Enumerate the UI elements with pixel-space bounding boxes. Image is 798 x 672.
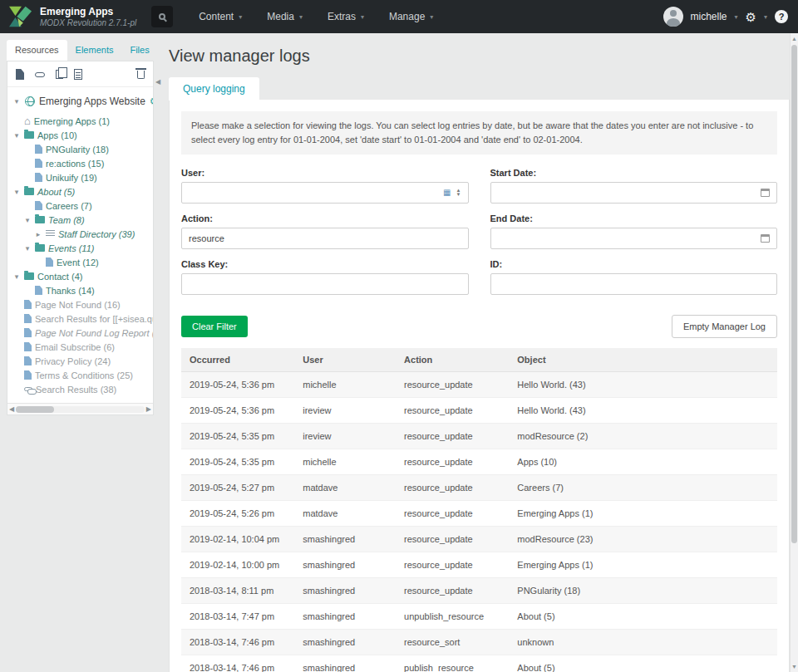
tree-node[interactable]: Terms & Conditions (25) <box>11 368 150 382</box>
folder-icon <box>35 216 45 223</box>
gear-icon[interactable]: ⚙ <box>746 11 756 23</box>
action-input[interactable]: resource <box>181 228 469 249</box>
table-row[interactable]: 2018-03-14, 7:47 pmsmashingredunpublish_… <box>181 604 777 630</box>
table-row[interactable]: 2019-05-24, 5:35 pmireviewresource_updat… <box>181 424 777 449</box>
tree-node[interactable]: Privacy Policy (24) <box>11 354 150 368</box>
table-row[interactable]: 2019-02-14, 10:04 pmsmashingredresource_… <box>181 527 777 552</box>
tree-node[interactable]: Event (12) <box>11 255 150 269</box>
document-icon[interactable] <box>74 69 82 80</box>
tree-node-label: Page Not Found (16) <box>35 300 121 310</box>
tab-resources[interactable]: Resources <box>7 40 67 61</box>
tree-node[interactable]: Search Results (38) <box>11 382 150 396</box>
globe-icon <box>25 96 35 106</box>
chevron-down-icon[interactable]: ▾ <box>23 244 32 253</box>
end-date-input[interactable] <box>490 228 778 249</box>
scroll-thumb[interactable] <box>791 45 797 543</box>
tree-node[interactable]: Page Not Found Log Report (20) <box>11 326 150 340</box>
scroll-left-icon[interactable]: ◀ <box>9 406 14 413</box>
page-vertical-scrollbar[interactable]: ▲ ▼ <box>790 33 798 672</box>
column-header-occurred[interactable]: Occurred <box>181 348 294 372</box>
table-row[interactable]: 2019-05-24, 5:26 pmmatdaveresource_updat… <box>181 501 777 527</box>
class-key-input[interactable] <box>181 273 469 295</box>
chevron-down-icon: ▾ <box>735 13 738 21</box>
calendar-icon[interactable] <box>761 234 770 243</box>
table-row[interactable]: 2019-05-24, 5:27 pmmatdaveresource_updat… <box>181 475 777 501</box>
tree-node-label: Apps (10) <box>37 130 77 140</box>
trash-icon[interactable] <box>137 71 145 79</box>
duplicate-icon[interactable] <box>56 70 63 79</box>
chevron-down-icon[interactable]: ▾ <box>12 131 21 140</box>
menu-manage[interactable]: Manage▾ <box>377 0 446 33</box>
help-icon[interactable]: ? <box>775 10 788 23</box>
tab-query-logging[interactable]: Query logging <box>169 77 259 101</box>
table-row[interactable]: 2018-03-14, 7:46 pmsmashingredresource_s… <box>181 630 777 655</box>
chevron-down-icon[interactable]: ▾ <box>12 272 21 281</box>
tree-node[interactable]: re:actions (15) <box>11 156 150 170</box>
table-row[interactable]: 2019-05-24, 5:35 pmmichelleresource_upda… <box>181 449 777 475</box>
scroll-right-icon[interactable]: ▶ <box>146 406 151 413</box>
column-header-action[interactable]: Action <box>396 348 509 372</box>
tree-root-node[interactable]: ▾ Emerging Apps Website ⚙ ↻ <box>11 92 150 114</box>
tree-horizontal-scrollbar[interactable]: ◀ ▶ <box>7 403 153 414</box>
menu-extras[interactable]: Extras▾ <box>315 0 377 33</box>
menu-media[interactable]: Media▾ <box>254 0 315 33</box>
table-cell: About (5) <box>509 655 777 672</box>
tree-node-label: Search Results (38) <box>36 385 116 395</box>
tree-node-label: Page Not Found Log Report (20) <box>35 328 153 338</box>
table-row[interactable]: 2018-03-14, 8:11 pmsmashingredresource_u… <box>181 578 777 604</box>
collapse-tree-icon[interactable]: ◀ <box>155 78 160 86</box>
clear-filter-button[interactable]: Clear Filter <box>181 316 248 337</box>
tree-node[interactable]: ▾Apps (10) <box>11 128 150 142</box>
table-cell: modResource (23) <box>509 527 777 552</box>
column-header-user[interactable]: User <box>294 348 396 372</box>
new-document-icon[interactable] <box>16 69 24 80</box>
scroll-thumb[interactable] <box>16 406 54 413</box>
spinner-icon[interactable] <box>456 189 461 197</box>
tree-node[interactable]: ▾Events (11) <box>11 241 150 255</box>
table-row[interactable]: 2019-02-14, 10:00 pmsmashingredresource_… <box>181 552 777 578</box>
tab-elements[interactable]: Elements <box>67 40 122 61</box>
search-button[interactable] <box>151 6 173 27</box>
id-input[interactable] <box>490 273 778 295</box>
grid-icon[interactable]: ▦ <box>443 189 451 197</box>
tree-node[interactable]: Unikuify (19) <box>11 170 150 184</box>
tree-node[interactable]: Email Subscribe (6) <box>11 340 150 354</box>
document-icon <box>24 328 32 337</box>
tree-node[interactable]: Search Results for [[+sisea.query]] ( <box>11 311 150 326</box>
chevron-down-icon[interactable]: ▾ <box>12 97 21 105</box>
start-date-input[interactable] <box>490 182 778 204</box>
tree-node[interactable]: Emerging Apps (1) <box>11 114 150 128</box>
chevron-down-icon[interactable]: ▾ <box>23 216 32 224</box>
user-combo[interactable]: ▦ <box>181 182 469 204</box>
tree-node[interactable]: PNGularity (18) <box>11 142 150 156</box>
tree-node[interactable]: ▾Team (8) <box>11 213 150 227</box>
menu-content[interactable]: Content▾ <box>186 0 254 33</box>
gear-icon[interactable]: ⚙ <box>150 96 153 106</box>
tree-node[interactable]: ▸Staff Directory (39) <box>11 227 150 241</box>
table-row[interactable]: 2018-03-14, 7:46 pmsmashingredpublish_re… <box>181 655 777 672</box>
tree-node[interactable]: Careers (7) <box>11 199 150 213</box>
table-cell: resource_update <box>396 552 509 578</box>
chevron-down-icon: ▾ <box>430 13 433 21</box>
user-label: User: <box>181 168 469 178</box>
column-header-object[interactable]: Object <box>509 348 777 372</box>
chevron-right-icon[interactable]: ▸ <box>34 230 42 238</box>
tree-node[interactable]: Thanks (14) <box>11 283 150 297</box>
chevron-down-icon[interactable]: ▾ <box>12 188 21 196</box>
scroll-down-icon[interactable]: ▼ <box>791 664 797 670</box>
new-weblink-icon[interactable] <box>35 72 45 77</box>
user-menu[interactable]: michelle <box>691 11 727 22</box>
tree-node-label: Privacy Policy (24) <box>35 356 111 366</box>
empty-manager-log-button[interactable]: Empty Manager Log <box>672 315 777 338</box>
calendar-icon[interactable] <box>761 189 770 197</box>
tab-files[interactable]: Files <box>121 40 157 61</box>
tree-node[interactable]: ▾About (5) <box>11 184 150 199</box>
tree-node-label: Search Results for [[+sisea.query]] ( <box>35 314 153 324</box>
scroll-track[interactable] <box>16 406 145 413</box>
avatar[interactable] <box>663 7 683 27</box>
tree-node[interactable]: ▾Contact (4) <box>11 269 150 283</box>
scroll-up-icon[interactable]: ▲ <box>791 36 797 42</box>
tree-node[interactable]: Page Not Found (16) <box>11 297 150 311</box>
table-row[interactable]: 2019-05-24, 5:36 pmmichelleresource_upda… <box>181 372 777 398</box>
table-row[interactable]: 2019-05-24, 5:36 pmireviewresource_updat… <box>181 398 777 424</box>
